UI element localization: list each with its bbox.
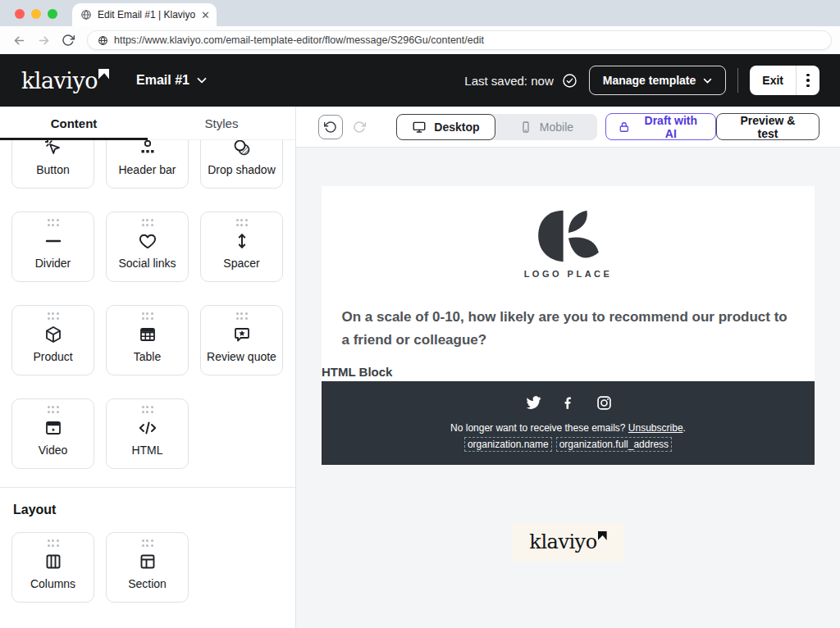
heart-icon xyxy=(138,230,158,252)
tab-content[interactable]: Content xyxy=(0,107,148,139)
survey-question-text[interactable]: On a scale of 0-10, how likely are you t… xyxy=(342,306,795,352)
klaviyo-logo: klaviyo xyxy=(21,70,109,92)
drag-handle-icon[interactable] xyxy=(142,312,153,320)
desktop-icon xyxy=(412,120,427,134)
html-block-label: HTML Block xyxy=(322,365,392,379)
columns-icon xyxy=(43,551,63,572)
logo-place-icon xyxy=(536,209,601,263)
drop-shadow-icon xyxy=(232,140,252,158)
block-card-review-quote[interactable]: Review quote xyxy=(200,305,283,375)
drag-handle-icon[interactable] xyxy=(236,312,248,320)
draft-with-ai-button[interactable]: Draft with AI xyxy=(605,113,716,140)
site-info-icon[interactable] xyxy=(98,35,108,46)
tab-styles[interactable]: Styles xyxy=(148,107,295,139)
review-quote-icon xyxy=(232,324,252,345)
address-bar[interactable]: https://www.klaviyo.com/email-template-e… xyxy=(87,30,832,50)
window-controls[interactable] xyxy=(0,9,72,26)
more-options-icon[interactable] xyxy=(797,66,819,95)
drag-handle-icon[interactable] xyxy=(142,219,153,226)
block-card-social-links[interactable]: Social links xyxy=(106,212,189,282)
drag-handle-icon[interactable] xyxy=(236,219,248,226)
reload-icon[interactable] xyxy=(57,30,79,51)
close-window-button[interactable] xyxy=(15,9,25,19)
email-footer-html-block[interactable]: No longer want to receive these emails? … xyxy=(322,381,815,465)
forward-icon[interactable] xyxy=(33,30,54,51)
header-divider xyxy=(737,68,738,93)
twitter-icon[interactable] xyxy=(524,394,542,412)
tab-close-icon[interactable]: ✕ xyxy=(201,10,210,20)
sidebar-tab-bar: Content Styles xyxy=(0,107,295,140)
block-card-button[interactable]: Button xyxy=(11,140,94,189)
drag-handle-icon[interactable] xyxy=(142,406,153,413)
email-canvas: LOGO PLACE On a scale of 0-10, how likel… xyxy=(296,148,840,628)
chevron-down-icon xyxy=(197,77,207,84)
block-card-table[interactable]: Table xyxy=(106,305,189,375)
tab-title: Edit Email #1 | Klaviyo xyxy=(98,9,195,20)
redo-button[interactable] xyxy=(348,115,372,139)
app-header: klaviyo Email #1 Last saved: now Manage … xyxy=(0,54,840,107)
instagram-icon[interactable] xyxy=(596,394,613,412)
browser-tab[interactable]: Edit Email #1 | Klaviyo ✕ xyxy=(72,3,217,26)
block-card-video[interactable]: Video xyxy=(11,398,94,469)
klaviyo-branding-badge[interactable]: klaviyo xyxy=(322,524,815,562)
video-icon xyxy=(43,417,63,439)
minimize-window-button[interactable] xyxy=(31,9,41,19)
block-card-header-bar[interactable]: Header bar xyxy=(106,140,189,189)
layout-heading: Layout xyxy=(0,488,295,532)
drag-handle-icon[interactable] xyxy=(48,312,59,320)
product-box-icon xyxy=(43,324,63,345)
mobile-toggle-button[interactable]: Mobile xyxy=(495,114,597,140)
spacer-icon xyxy=(232,230,252,252)
redo-icon xyxy=(353,121,366,134)
drag-handle-icon[interactable] xyxy=(48,539,59,547)
code-icon xyxy=(137,417,158,439)
block-card-divider[interactable]: Divider xyxy=(11,212,94,282)
block-card-product[interactable]: Product xyxy=(11,305,94,375)
mobile-icon xyxy=(519,121,532,134)
desktop-toggle-button[interactable]: Desktop xyxy=(396,114,495,140)
drag-handle-icon[interactable] xyxy=(48,219,59,226)
globe-icon xyxy=(80,9,92,20)
block-card-spacer[interactable]: Spacer xyxy=(200,212,283,282)
check-circle-icon xyxy=(562,73,578,89)
table-icon xyxy=(138,324,158,345)
email-preview[interactable]: LOGO PLACE On a scale of 0-10, how likel… xyxy=(322,186,815,465)
org-address-variable[interactable]: organization.full_address xyxy=(556,437,672,452)
drag-handle-icon[interactable] xyxy=(142,539,153,547)
cursor-click-icon xyxy=(43,140,63,158)
klaviyo-flag-icon xyxy=(598,531,607,540)
url-text: https://www.klaviyo.com/email-template-e… xyxy=(114,34,484,46)
klaviyo-flag-icon xyxy=(98,69,109,80)
facebook-icon[interactable] xyxy=(561,395,577,411)
browser-toolbar: https://www.klaviyo.com/email-template-e… xyxy=(0,26,840,54)
unsubscribe-link[interactable]: Unsubscribe xyxy=(628,422,683,434)
lock-icon xyxy=(618,121,631,134)
maximize-window-button[interactable] xyxy=(48,9,57,19)
section-icon xyxy=(138,551,158,572)
email-logo-block[interactable]: LOGO PLACE xyxy=(322,186,815,279)
browser-tab-strip: Edit Email #1 | Klaviyo ✕ xyxy=(0,0,840,26)
block-card-section[interactable]: Section xyxy=(106,532,189,603)
drag-handle-icon[interactable] xyxy=(48,406,59,413)
block-library: Button Header bar xyxy=(0,140,295,628)
block-card-drop-shadow[interactable]: Drop shadow xyxy=(200,140,283,189)
logo-caption: LOGO PLACE xyxy=(524,269,613,279)
device-toggle: Desktop Mobile xyxy=(396,114,597,140)
block-card-html[interactable]: HTML xyxy=(106,398,189,469)
back-icon[interactable] xyxy=(8,30,30,51)
block-card-columns[interactable]: Columns xyxy=(11,532,94,603)
undo-icon xyxy=(324,121,337,134)
canvas-toolbar: Desktop Mobile Draft with AI Preview & t… xyxy=(296,107,840,148)
org-name-variable[interactable]: organization.name xyxy=(464,437,552,452)
email-name-menu[interactable]: Email #1 xyxy=(136,73,207,88)
chevron-down-icon xyxy=(703,78,712,84)
undo-button[interactable] xyxy=(318,115,343,139)
last-saved-status: Last saved: now xyxy=(464,74,553,88)
content-sidebar: Content Styles Button xyxy=(0,107,296,628)
unsubscribe-text: No longer want to receive these emails? … xyxy=(450,422,686,434)
divider-icon xyxy=(43,230,63,252)
exit-button[interactable]: Exit xyxy=(750,66,796,95)
manage-template-button[interactable]: Manage template xyxy=(589,66,727,95)
preview-and-test-button[interactable]: Preview & test xyxy=(716,113,819,140)
header-bar-icon xyxy=(138,140,158,158)
